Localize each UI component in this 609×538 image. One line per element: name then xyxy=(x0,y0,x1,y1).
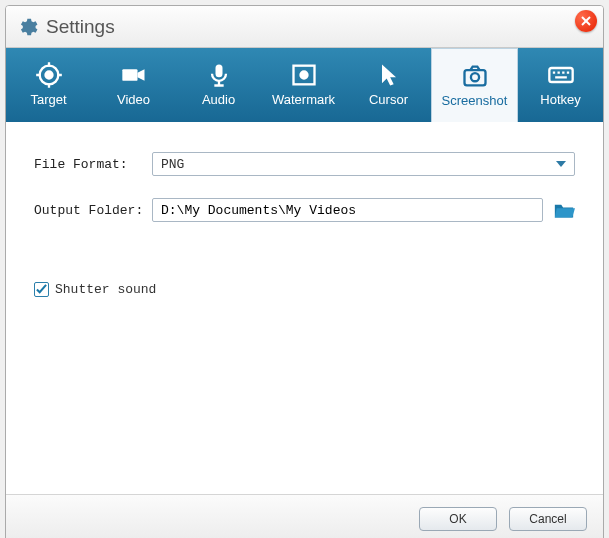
tab-target[interactable]: Target xyxy=(6,48,91,122)
cancel-button[interactable]: Cancel xyxy=(509,507,587,531)
screenshot-icon xyxy=(461,64,489,88)
target-icon xyxy=(35,63,63,87)
titlebar: Settings xyxy=(6,6,603,48)
check-icon xyxy=(36,284,47,295)
ok-button[interactable]: OK xyxy=(419,507,497,531)
tab-audio[interactable]: Audio xyxy=(176,48,261,122)
tab-watermark[interactable]: Watermark xyxy=(261,48,346,122)
file-format-row: File Format: PNG xyxy=(34,152,575,176)
svg-point-13 xyxy=(300,72,307,79)
svg-rect-8 xyxy=(122,69,137,81)
cursor-icon xyxy=(375,63,403,87)
watermark-icon xyxy=(290,63,318,87)
content-panel: File Format: PNG Output Folder: Shutter … xyxy=(6,122,603,494)
file-format-value: PNG xyxy=(161,157,184,172)
folder-icon xyxy=(553,201,575,219)
hotkey-icon xyxy=(547,63,575,87)
tab-label: Hotkey xyxy=(540,92,580,107)
window-title: Settings xyxy=(46,16,115,38)
tab-label: Watermark xyxy=(272,92,335,107)
tab-cursor[interactable]: Cursor xyxy=(346,48,431,122)
output-folder-label: Output Folder: xyxy=(34,203,152,218)
tab-label: Audio xyxy=(202,92,235,107)
file-format-select[interactable]: PNG xyxy=(152,152,575,176)
svg-point-15 xyxy=(470,73,478,81)
tabbar: Target Video Audio Watermark Cursor xyxy=(6,48,603,122)
tab-hotkey[interactable]: Hotkey xyxy=(518,48,603,122)
svg-point-3 xyxy=(45,72,52,79)
footer: OK Cancel xyxy=(6,494,603,538)
shutter-sound-checkbox[interactable] xyxy=(34,282,49,297)
audio-icon xyxy=(205,63,233,87)
shutter-sound-row: Shutter sound xyxy=(34,282,575,297)
tab-label: Cursor xyxy=(369,92,408,107)
output-folder-row: Output Folder: xyxy=(34,198,575,222)
svg-rect-16 xyxy=(549,68,572,82)
chevron-down-icon xyxy=(556,161,566,167)
shutter-sound-label: Shutter sound xyxy=(55,282,156,297)
browse-folder-button[interactable] xyxy=(553,201,575,219)
close-icon xyxy=(581,16,591,26)
tab-label: Video xyxy=(117,92,150,107)
svg-rect-9 xyxy=(215,65,222,78)
settings-window: Settings Target Video Audio xyxy=(5,5,604,538)
output-folder-input[interactable] xyxy=(152,198,543,222)
gear-icon xyxy=(16,16,38,38)
close-button[interactable] xyxy=(575,10,597,32)
video-icon xyxy=(120,63,148,87)
tab-label: Target xyxy=(30,92,66,107)
file-format-label: File Format: xyxy=(34,157,152,172)
tab-label: Screenshot xyxy=(442,93,508,108)
tab-screenshot[interactable]: Screenshot xyxy=(431,48,518,122)
tab-video[interactable]: Video xyxy=(91,48,176,122)
